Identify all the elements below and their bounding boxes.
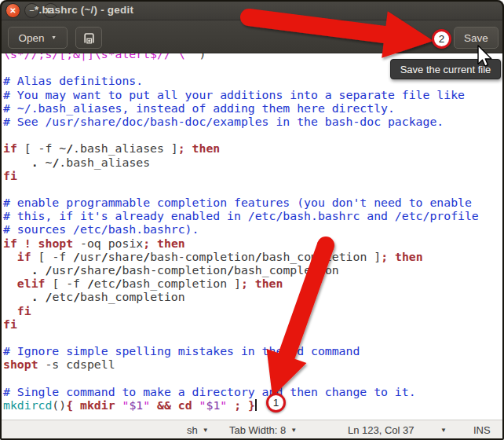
toolbar: Open ▼ Save xyxy=(0,20,504,53)
status-bar: sh ▼ Tab Width: 8 ▼ Ln 123, Col 37 ▼ INS xyxy=(0,420,504,440)
cursor-position-label: Ln 123, Col 37 xyxy=(348,420,415,440)
close-icon: ✕ xyxy=(9,7,16,15)
save-button-label: Save xyxy=(464,32,488,44)
language-dropdown[interactable]: sh ▼ xyxy=(187,420,209,440)
new-document-button[interactable] xyxy=(75,27,102,49)
text-editor-area[interactable]: \s*//;s/[;&|]\s*alert$//'\'')"'# Alias d… xyxy=(2,53,502,420)
code-line xyxy=(3,331,479,344)
code-line: shopt -s cdspell xyxy=(3,358,479,371)
code-line: # Ignore simple spelling mistakes in the… xyxy=(3,344,479,358)
statusbar-dropdown[interactable]: ▼ xyxy=(440,420,447,440)
code-line: mkdircd(){ mkdir "$1" && cd "$1" ; } xyxy=(3,398,479,412)
chevron-down-icon: ▼ xyxy=(440,427,447,434)
tab-width-label: Tab Width: 8 xyxy=(229,424,286,436)
annotation-badge-1: 1 xyxy=(266,393,286,412)
tab-width-dropdown[interactable]: Tab Width: 8 ▼ xyxy=(229,420,297,440)
window-title: *.bashrc (~/) - gedit xyxy=(35,4,133,16)
code-line: . ~/.bash_aliases xyxy=(3,156,479,169)
text-caret xyxy=(255,399,257,411)
code-line xyxy=(3,128,479,141)
code-line: # enable programmable completion feature… xyxy=(3,196,479,209)
chevron-down-icon: ▼ xyxy=(290,427,297,434)
code-line: # You may want to put all your additions… xyxy=(3,88,479,101)
open-button-label: Open xyxy=(19,32,45,44)
code-line: fi xyxy=(3,169,479,182)
code-line xyxy=(3,182,479,196)
insert-mode-indicator: INS xyxy=(473,420,491,440)
code-line: elif [ -f /etc/bash_completion ]; then xyxy=(3,277,479,290)
save-tooltip: Save the current file xyxy=(390,59,501,79)
chevron-down-icon: ▼ xyxy=(203,427,209,434)
open-button[interactable]: Open ▼ xyxy=(8,27,68,49)
language-label: sh xyxy=(187,424,198,436)
code-line: fi xyxy=(3,304,479,317)
code-line: if [ -f /usr/share/bash-completion/bash_… xyxy=(3,250,479,263)
code-line: # ~/.bash_aliases, instead of adding the… xyxy=(3,101,479,115)
code-line: # Single command to make a directory and… xyxy=(3,385,479,398)
code-line: fi xyxy=(3,317,479,331)
code-line xyxy=(3,372,479,385)
code-line: if ! shopt -oq posix; then xyxy=(3,236,479,250)
annotation-badge-2: 2 xyxy=(432,29,451,49)
code-line: # this, if it's already enabled in /etc/… xyxy=(3,209,479,222)
title-bar: ✕ − *.bashrc (~/) - gedit xyxy=(0,0,504,20)
code-lines: \s*//;s/[;&|]\s*alert$//'\'')"'# Alias d… xyxy=(3,53,479,412)
gedit-window: ✕ − *.bashrc (~/) - gedit Open ▼ Save \s… xyxy=(0,0,504,440)
close-button[interactable]: ✕ xyxy=(5,3,20,18)
code-line: . /etc/bash_completion xyxy=(3,290,479,303)
minimize-icon: − xyxy=(29,6,34,15)
chevron-down-icon: ▼ xyxy=(50,35,56,41)
code-line: # sources /etc/bash.bashrc). xyxy=(3,222,479,236)
code-line: if [ -f ~/.bash_aliases ]; then xyxy=(3,141,479,155)
new-document-icon xyxy=(82,31,96,45)
code-line: # See /usr/share/doc/bash-doc/examples i… xyxy=(3,115,479,128)
code-line: . /usr/share/bash-completion/bash_comple… xyxy=(3,263,479,277)
save-button[interactable]: Save xyxy=(454,27,499,49)
